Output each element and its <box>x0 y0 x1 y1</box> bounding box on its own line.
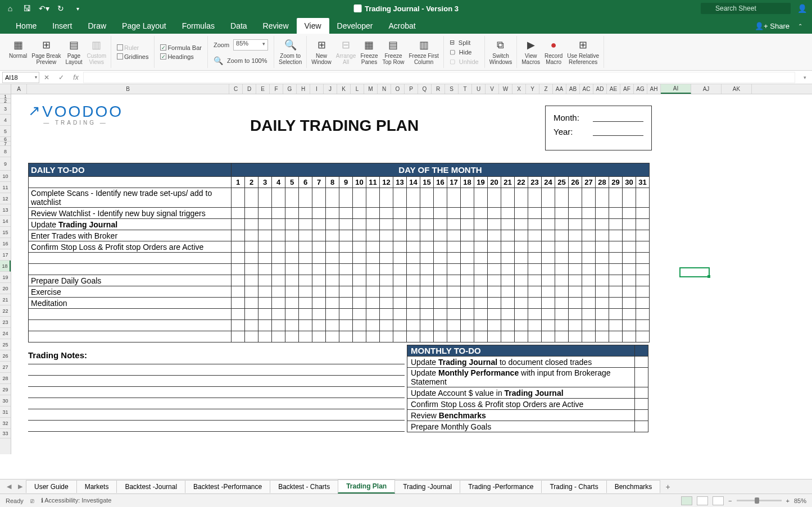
day-cell[interactable] <box>555 219 569 230</box>
day-cell[interactable] <box>285 264 299 275</box>
day-cell[interactable] <box>569 309 582 320</box>
table-row[interactable]: Update Trading Journal to document close… <box>407 357 648 368</box>
table-row[interactable] <box>29 264 650 275</box>
day-cell[interactable] <box>474 298 488 309</box>
day-cell[interactable] <box>542 298 555 309</box>
day-cell[interactable] <box>299 331 312 342</box>
view-macros-button[interactable]: ▶View Macros <box>520 38 541 66</box>
day-cell[interactable] <box>474 309 488 320</box>
table-row[interactable]: Confirm Stop Loss & Profit stop Orders a… <box>407 399 648 410</box>
day-cell[interactable] <box>434 309 447 320</box>
day-cell[interactable] <box>447 253 461 264</box>
day-cell[interactable] <box>515 253 528 264</box>
day-cell[interactable] <box>596 219 609 230</box>
day-cell[interactable] <box>596 275 609 286</box>
day-cell[interactable] <box>353 320 366 331</box>
day-cell[interactable] <box>366 208 380 219</box>
day-cell[interactable] <box>461 253 474 264</box>
day-cell[interactable] <box>542 286 555 298</box>
day-cell[interactable] <box>609 331 623 342</box>
day-cell[interactable] <box>353 219 366 230</box>
day-cell[interactable] <box>461 241 474 253</box>
hide-button[interactable]: ▢ Hide <box>450 48 472 56</box>
day-cell[interactable] <box>555 331 569 342</box>
day-cell[interactable] <box>285 253 299 264</box>
day-cell[interactable] <box>339 208 353 219</box>
day-cell[interactable] <box>326 275 339 286</box>
day-cell[interactable] <box>258 275 272 286</box>
day-cell[interactable] <box>299 188 312 208</box>
table-row[interactable]: Review Benchmarks <box>407 410 648 421</box>
day-cell[interactable] <box>636 331 650 342</box>
day-cell[interactable] <box>636 298 650 309</box>
day-cell[interactable] <box>461 286 474 298</box>
day-cell[interactable] <box>407 219 420 230</box>
day-cell[interactable] <box>515 208 528 219</box>
row-header-15[interactable]: 15 <box>0 227 11 238</box>
day-cell[interactable] <box>582 275 596 286</box>
row-header-10[interactable]: 10 <box>0 171 11 182</box>
col-header-A[interactable]: A <box>11 84 27 94</box>
day-cell[interactable] <box>636 219 650 230</box>
day-cell[interactable] <box>528 264 542 275</box>
day-cell[interactable] <box>299 298 312 309</box>
day-cell[interactable] <box>353 188 366 208</box>
row-header-3[interactable]: 3 <box>0 103 11 115</box>
day-cell[interactable] <box>474 253 488 264</box>
menu-view[interactable]: View <box>297 18 329 34</box>
day-cell[interactable] <box>434 253 447 264</box>
day-cell[interactable] <box>285 320 299 331</box>
day-cell[interactable] <box>582 241 596 253</box>
day-cell[interactable] <box>447 298 461 309</box>
share-button[interactable]: 👤+ Share <box>755 22 790 30</box>
day-cell[interactable] <box>461 230 474 241</box>
row-header-4[interactable]: 4 <box>0 115 11 126</box>
zoom-input[interactable]: 85% <box>233 39 268 51</box>
day-cell[interactable] <box>245 264 258 275</box>
day-cell[interactable] <box>569 188 582 208</box>
day-cell[interactable] <box>232 275 245 286</box>
day-cell[interactable] <box>420 219 434 230</box>
sheet-tab-backtest-journal[interactable]: Backtest -Journal <box>116 480 185 493</box>
home-icon[interactable]: ⌂ <box>4 3 16 14</box>
day-cell[interactable] <box>353 264 366 275</box>
day-cell[interactable] <box>434 264 447 275</box>
day-cell[interactable] <box>555 230 569 241</box>
day-cell[interactable] <box>258 230 272 241</box>
day-cell[interactable] <box>488 309 501 320</box>
table-row[interactable]: Prepare Monthly Goals <box>407 421 648 432</box>
day-cell[interactable] <box>582 219 596 230</box>
user-icon[interactable]: 👤 <box>796 3 808 14</box>
day-cell[interactable] <box>515 320 528 331</box>
table-row[interactable] <box>29 253 650 264</box>
table-row[interactable]: Enter Trades with Broker <box>29 230 650 241</box>
day-cell[interactable] <box>542 309 555 320</box>
row-header-7[interactable]: 7 <box>0 141 11 146</box>
day-cell[interactable] <box>407 208 420 219</box>
day-cell[interactable] <box>407 298 420 309</box>
day-cell[interactable] <box>528 298 542 309</box>
day-cell[interactable] <box>285 275 299 286</box>
day-cell[interactable] <box>474 286 488 298</box>
menu-formulas[interactable]: Formulas <box>174 18 223 34</box>
zoom-100-button[interactable]: 🔍 Zoom to 100% <box>214 56 267 66</box>
cancel-formula-icon[interactable]: ✕ <box>42 72 52 83</box>
day-cell[interactable] <box>569 241 582 253</box>
day-cell[interactable] <box>232 230 245 241</box>
note-line[interactable] <box>28 364 405 364</box>
col-header-Y[interactable]: Y <box>526 84 539 94</box>
day-cell[interactable] <box>339 219 353 230</box>
day-cell[interactable] <box>272 275 285 286</box>
day-cell[interactable] <box>420 188 434 208</box>
col-header-T[interactable]: T <box>459 84 472 94</box>
day-cell[interactable] <box>636 286 650 298</box>
headings-checkbox[interactable]: ✓Headings <box>160 53 193 61</box>
day-cell[interactable] <box>299 241 312 253</box>
day-cell[interactable] <box>501 275 515 286</box>
day-cell[interactable] <box>272 188 285 208</box>
day-cell[interactable] <box>623 286 636 298</box>
day-cell[interactable] <box>447 219 461 230</box>
day-cell[interactable] <box>393 298 407 309</box>
table-row[interactable] <box>29 320 650 331</box>
row-header-33[interactable]: 33 <box>0 429 11 439</box>
